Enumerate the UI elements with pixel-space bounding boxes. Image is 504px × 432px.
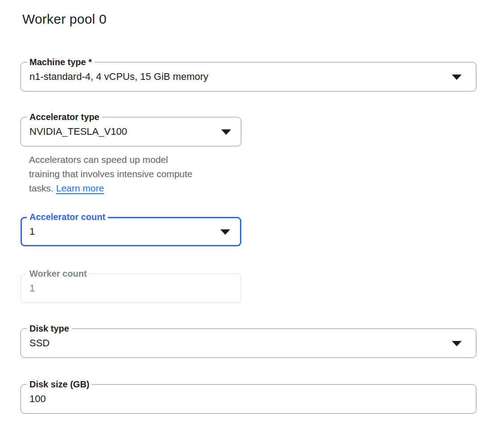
worker-count-input (29, 274, 231, 303)
arrow-drop-down-icon (452, 75, 462, 80)
accelerator-type-field[interactable]: Accelerator type NVIDIA_TESLA_V100 (21, 117, 241, 146)
help-line: Accelerators can speed up model (29, 153, 234, 167)
machine-type-field[interactable]: Machine type * n1-standard-4, 4 vCPUs, 1… (21, 62, 476, 91)
arrow-drop-down-icon (221, 129, 231, 135)
accelerator-count-label: Accelerator count (27, 211, 108, 223)
disk-type-value: SSD (29, 337, 449, 349)
help-line: tasks. (29, 183, 54, 193)
learn-more-link[interactable]: Learn more (56, 183, 104, 193)
arrow-drop-down-icon (452, 341, 462, 346)
accelerator-count-field[interactable]: Accelerator count 1 (21, 217, 241, 246)
disk-type-field[interactable]: Disk type SSD (21, 328, 476, 358)
accelerator-help-text: Accelerators can speed up model training… (29, 153, 234, 195)
disk-type-label: Disk type (27, 323, 72, 334)
accelerator-count-value: 1 (29, 226, 213, 237)
disk-size-field: Disk size (GB) (21, 384, 476, 414)
arrow-drop-down-icon (220, 229, 230, 235)
machine-type-label: Machine type * (27, 56, 95, 68)
disk-size-input[interactable] (29, 385, 467, 413)
accelerator-type-label: Accelerator type (27, 111, 102, 123)
accelerator-type-value: NVIDIA_TESLA_V100 (29, 126, 214, 137)
help-line: training that involves intensive compute (29, 167, 234, 181)
page-title: Worker pool 0 (22, 12, 107, 27)
worker-count-field: Worker count (21, 274, 241, 303)
worker-pool-form: Worker pool 0 Machine type * n1-standard… (0, 0, 504, 432)
machine-type-value: n1-standard-4, 4 vCPUs, 15 GiB memory (29, 71, 449, 83)
